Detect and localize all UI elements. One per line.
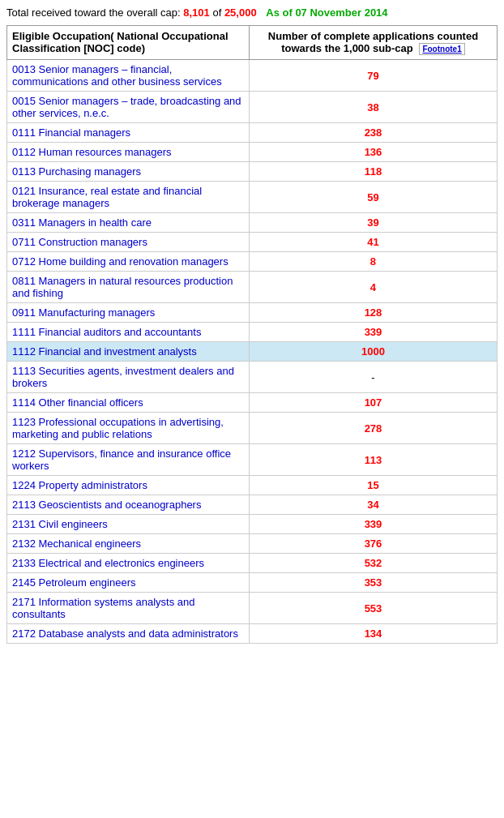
table-row: 1224 Property administrators15	[7, 476, 498, 495]
table-header-row: Eligible Occupation( National Occupation…	[7, 26, 498, 60]
table-row: 0111 Financial managers238	[7, 123, 498, 143]
occupation-cell: 1224 Property administrators	[7, 476, 250, 495]
table-row: 0113 Purchasing managers118	[7, 162, 498, 182]
occupation-cell: 0013 Senior managers – financial, commun…	[7, 60, 250, 92]
occupation-cell: 0311 Managers in health care	[7, 213, 250, 233]
count-cell: 4	[249, 272, 497, 303]
table-row: 2172 Database analysts and data administ…	[7, 624, 498, 644]
count-cell: 553	[249, 593, 497, 624]
header-label: Total received toward the overall cap:	[6, 6, 181, 19]
table-row: 2131 Civil engineers339	[7, 515, 498, 534]
table-row: 2113 Geoscientists and oceanographers34	[7, 495, 498, 515]
count-cell: 532	[249, 554, 497, 573]
occupation-cell: 1112 Financial and investment analysts	[7, 342, 250, 362]
occupation-cell: 1113 Securities agents, investment deale…	[7, 362, 250, 393]
table-row: 0311 Managers in health care39	[7, 213, 498, 233]
occupation-cell: 0811 Managers in natural resources produ…	[7, 272, 250, 303]
table-row: 0121 Insurance, real estate and financia…	[7, 182, 498, 213]
count-cell: 278	[249, 413, 497, 444]
occupation-cell: 0112 Human resources managers	[7, 143, 250, 162]
occupation-cell: 0711 Construction managers	[7, 233, 250, 252]
occupation-cell: 2131 Civil engineers	[7, 515, 250, 534]
table-row: 1114 Other financial officers107	[7, 393, 498, 413]
table-row: 2133 Electrical and electronics engineer…	[7, 554, 498, 573]
count-cell: 134	[249, 624, 497, 644]
count-cell: 39	[249, 213, 497, 233]
occupation-cell: 1111 Financial auditors and accountants	[7, 323, 250, 342]
header-count: 8,101	[183, 6, 210, 19]
table-row: 0911 Manufacturing managers128	[7, 303, 498, 323]
table-row: 2132 Mechanical engineers376	[7, 534, 498, 554]
count-cell: 41	[249, 233, 497, 252]
table-row: 1212 Supervisors, finance and insurance …	[7, 444, 498, 476]
header-separator: of	[212, 6, 224, 19]
header-total: 25,000	[224, 6, 257, 19]
header-bar: Total received toward the overall cap: 8…	[6, 6, 498, 19]
table-row: 0013 Senior managers – financial, commun…	[7, 60, 498, 92]
table-row: 1113 Securities agents, investment deale…	[7, 362, 498, 393]
table-row: 0015 Senior managers – trade, broadcasti…	[7, 92, 498, 123]
table-row: 0811 Managers in natural resources produ…	[7, 272, 498, 303]
occupation-cell: 0121 Insurance, real estate and financia…	[7, 182, 250, 213]
count-cell: 128	[249, 303, 497, 323]
occupation-cell: 2132 Mechanical engineers	[7, 534, 250, 554]
count-cell: 38	[249, 92, 497, 123]
occupation-cell: 0712 Home building and renovation manage…	[7, 252, 250, 272]
occupation-cell: 2133 Electrical and electronics engineer…	[7, 554, 250, 573]
occupation-cell: 0113 Purchasing managers	[7, 162, 250, 182]
count-cell: 1000	[249, 342, 497, 362]
count-cell: 113	[249, 444, 497, 476]
occupation-cell: 0111 Financial managers	[7, 123, 250, 143]
count-cell: 353	[249, 573, 497, 593]
occupation-cell: 1114 Other financial officers	[7, 393, 250, 413]
footnote-link[interactable]: Footnote1	[419, 43, 464, 55]
column-applications: Number of complete applications counted …	[249, 26, 497, 60]
count-cell: 34	[249, 495, 497, 515]
table-row: 0112 Human resources managers136	[7, 143, 498, 162]
table-row: 1111 Financial auditors and accountants3…	[7, 323, 498, 342]
table-row: 2171 Information systems analysts and co…	[7, 593, 498, 624]
table-row: 1123 Professional occupations in adverti…	[7, 413, 498, 444]
table-row: 0711 Construction managers41	[7, 233, 498, 252]
count-cell: 136	[249, 143, 497, 162]
count-cell: 15	[249, 476, 497, 495]
occupations-table: Eligible Occupation( National Occupation…	[6, 25, 498, 644]
count-cell: 8	[249, 252, 497, 272]
count-cell: 238	[249, 123, 497, 143]
table-row: 2145 Petroleum engineers353	[7, 573, 498, 593]
occupation-cell: 0015 Senior managers – trade, broadcasti…	[7, 92, 250, 123]
column-occupation: Eligible Occupation( National Occupation…	[7, 26, 250, 60]
count-cell: 339	[249, 323, 497, 342]
occupation-cell: 2171 Information systems analysts and co…	[7, 593, 250, 624]
count-cell: -	[249, 362, 497, 393]
occupation-cell: 2172 Database analysts and data administ…	[7, 624, 250, 644]
count-cell: 79	[249, 60, 497, 92]
occupation-cell: 2113 Geoscientists and oceanographers	[7, 495, 250, 515]
count-cell: 107	[249, 393, 497, 413]
occupation-cell: 1212 Supervisors, finance and insurance …	[7, 444, 250, 476]
occupation-cell: 0911 Manufacturing managers	[7, 303, 250, 323]
count-cell: 339	[249, 515, 497, 534]
count-cell: 376	[249, 534, 497, 554]
table-row: 1112 Financial and investment analysts10…	[7, 342, 498, 362]
count-cell: 59	[249, 182, 497, 213]
occupation-cell: 2145 Petroleum engineers	[7, 573, 250, 593]
table-row: 0712 Home building and renovation manage…	[7, 252, 498, 272]
occupation-cell: 1123 Professional occupations in adverti…	[7, 413, 250, 444]
count-cell: 118	[249, 162, 497, 182]
header-date: As of 07 November 2014	[266, 6, 387, 19]
